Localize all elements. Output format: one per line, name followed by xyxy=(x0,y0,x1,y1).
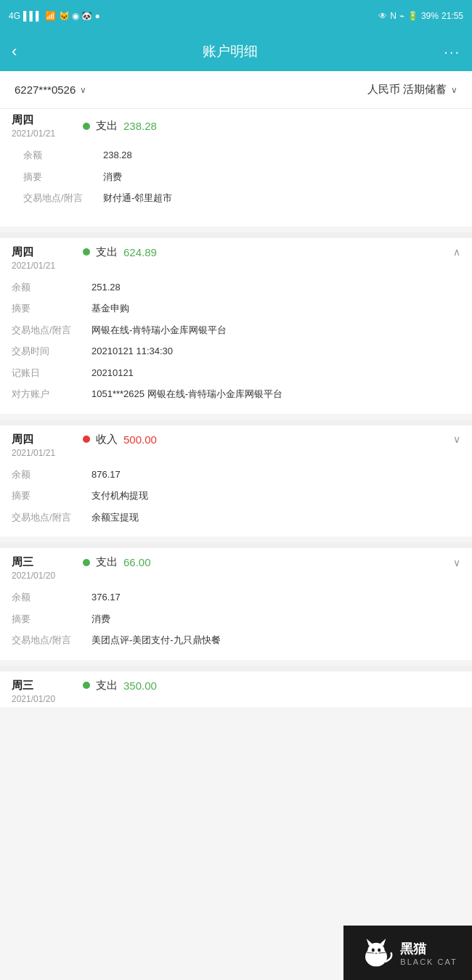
account-number-chevron: ∨ xyxy=(80,85,86,95)
back-button[interactable]: ‹ xyxy=(12,42,17,61)
day-1: 周四 xyxy=(12,245,76,259)
account-type-selector[interactable]: 人民币 活期储蓄 ∨ xyxy=(367,83,457,97)
section-divider xyxy=(0,232,472,238)
partial-details: 余额 238.28 摘要 消费 交易地点/附言 财付通-邻里超市 xyxy=(12,142,460,218)
section-divider xyxy=(0,666,472,671)
status-bar: 4G ▌▌▌ 📶 🐱 ◉ 🐼 ● 👁 N ⌁ 🔋 39% 21:55 xyxy=(0,0,472,32)
detail-label: 交易地点/附言 xyxy=(12,323,91,337)
day-4: 周三 xyxy=(12,679,76,693)
detail-row: 摘要 基金申购 xyxy=(12,298,460,319)
dot-1 xyxy=(83,248,90,256)
time-display: 21:55 xyxy=(442,11,463,21)
eye-icon: 👁 xyxy=(378,11,387,21)
icons-row: 🐱 ◉ 🐼 ● xyxy=(59,11,100,21)
detail-label: 交易地点/附言 xyxy=(12,633,91,647)
detail-value: 财付通-邻里超市 xyxy=(103,191,449,205)
section-divider xyxy=(0,420,472,425)
type-row-1: 支出 624.89 ∧ xyxy=(83,245,460,259)
detail-row: 余额 238.28 xyxy=(23,144,449,166)
date-str-2: 2021/01/21 xyxy=(12,448,76,458)
detail-label: 摘要 xyxy=(23,170,103,184)
account-number-selector[interactable]: 6227***0526 ∨ xyxy=(15,83,86,96)
status-right: 👁 N ⌁ 🔋 39% 21:55 xyxy=(378,11,463,21)
section-divider xyxy=(0,542,472,548)
partial-amount: 238.28 xyxy=(123,120,157,132)
detail-row: 摘要 消费 xyxy=(12,608,460,630)
date-block-1: 周四 2021/01/21 xyxy=(12,245,76,271)
detail-label: 摘要 xyxy=(12,612,91,626)
watermark-text-block: 黑猫 BLACK CAT xyxy=(400,940,457,966)
partial-dot xyxy=(83,123,90,130)
type-label-3: 支出 xyxy=(96,555,118,569)
detail-label: 记账日 xyxy=(12,366,91,380)
partial-header: 周四 2021/01/21 支出 238.28 xyxy=(12,113,460,139)
detail-row: 余额 376.17 xyxy=(12,587,460,608)
detail-value: 支付机构提现 xyxy=(91,489,460,503)
detail-label: 对方账户 xyxy=(12,387,91,401)
detail-row: 余额 251.28 xyxy=(12,277,460,298)
type-row-4: 支出 350.00 xyxy=(83,679,460,693)
date-block-2: 周四 2021/01/21 xyxy=(12,433,76,458)
detail-row: 摘要 支付机构提现 xyxy=(12,485,460,507)
detail-value: 消费 xyxy=(103,170,449,184)
transaction-header-2[interactable]: 周四 2021/01/21 收入 500.00 ∨ xyxy=(0,425,472,461)
detail-value: 1051***2625 网银在线-肯特瑞小金库网银平台 xyxy=(91,387,460,401)
battery-percent: 39% xyxy=(421,11,439,21)
page-title: 账户明细 xyxy=(203,42,258,61)
expand-icon-3[interactable]: ∨ xyxy=(453,557,460,568)
account-type-chevron: ∨ xyxy=(451,85,457,95)
detail-label: 余额 xyxy=(23,148,103,162)
transaction-header-3[interactable]: 周三 2021/01/20 支出 66.00 ∨ xyxy=(0,548,472,584)
day-2: 周四 xyxy=(12,433,76,446)
transaction-group-1: 周四 2021/01/21 支出 624.89 ∧ 余额 251.28 摘要 基… xyxy=(0,238,472,414)
type-label-2: 收入 xyxy=(96,433,118,446)
signal-icon: 4G xyxy=(9,11,20,21)
watermark: 黑猫 BLACK CAT xyxy=(343,926,472,980)
date-str-4: 2021/01/20 xyxy=(12,694,76,704)
transaction-header-1[interactable]: 周四 2021/01/21 支出 624.89 ∧ xyxy=(0,238,472,274)
nfc-icon: N xyxy=(390,11,396,21)
day-3: 周三 xyxy=(12,555,76,569)
transaction-group-3: 周三 2021/01/20 支出 66.00 ∨ 余额 376.17 摘要 消费… xyxy=(0,548,472,660)
watermark-cn-name: 黑猫 xyxy=(400,940,457,957)
detail-value: 消费 xyxy=(91,612,460,626)
amount-1: 624.89 xyxy=(123,246,157,258)
dot-2 xyxy=(83,436,90,443)
detail-value: 251.28 xyxy=(91,280,460,295)
watermark-en-name: BLACK CAT xyxy=(400,957,457,966)
more-button[interactable]: ··· xyxy=(444,44,460,60)
detail-value: 376.17 xyxy=(91,590,460,605)
date-block-4: 周三 2021/01/20 xyxy=(12,679,76,704)
bluetooth-icon: ⌁ xyxy=(399,11,404,21)
detail-table-1: 余额 251.28 摘要 基金申购 交易地点/附言 网银在线-肯特瑞小金库网银平… xyxy=(0,274,472,414)
detail-value: 网银在线-肯特瑞小金库网银平台 xyxy=(91,323,460,338)
svg-point-1 xyxy=(368,942,385,958)
date-block-3: 周三 2021/01/20 xyxy=(12,555,76,581)
partial-date-block: 周四 2021/01/21 xyxy=(12,113,76,139)
transaction-header-4[interactable]: 周三 2021/01/20 支出 350.00 xyxy=(0,671,472,707)
transaction-group-4: 周三 2021/01/20 支出 350.00 xyxy=(0,671,472,707)
amount-2: 500.00 xyxy=(123,433,157,446)
type-row-3: 支出 66.00 ∨ xyxy=(83,555,460,569)
detail-row: 记账日 20210121 xyxy=(12,362,460,384)
expand-icon-1[interactable]: ∧ xyxy=(453,246,460,258)
detail-row: 交易地点/附言 财付通-邻里超市 xyxy=(23,187,449,209)
detail-value: 20210121 11:34:30 xyxy=(91,344,460,359)
header: ‹ 账户明细 ··· xyxy=(0,32,472,71)
detail-label: 余额 xyxy=(12,590,91,604)
detail-table-3: 余额 376.17 摘要 消费 交易地点/附言 美团点评-美团支付-九只鼎快餐 xyxy=(0,584,472,660)
dot-3 xyxy=(83,559,90,566)
status-left: 4G ▌▌▌ 📶 🐱 ◉ 🐼 ● xyxy=(9,11,100,21)
detail-row: 交易地点/附言 网银在线-肯特瑞小金库网银平台 xyxy=(12,319,460,341)
detail-label: 交易地点/附言 xyxy=(12,510,91,524)
detail-label: 余额 xyxy=(12,467,91,481)
detail-value: 876.17 xyxy=(91,467,460,482)
wifi-icon: 📶 xyxy=(45,11,56,21)
detail-value: 余额宝提现 xyxy=(91,510,460,525)
detail-value: 美团点评-美团支付-九只鼎快餐 xyxy=(91,633,460,648)
expand-icon-2[interactable]: ∨ xyxy=(453,433,460,445)
detail-value: 20210121 xyxy=(91,366,460,380)
detail-label: 摘要 xyxy=(12,301,91,315)
signal-bars: ▌▌▌ xyxy=(23,11,42,21)
account-bar: 6227***0526 ∨ 人民币 活期储蓄 ∨ xyxy=(0,71,472,109)
